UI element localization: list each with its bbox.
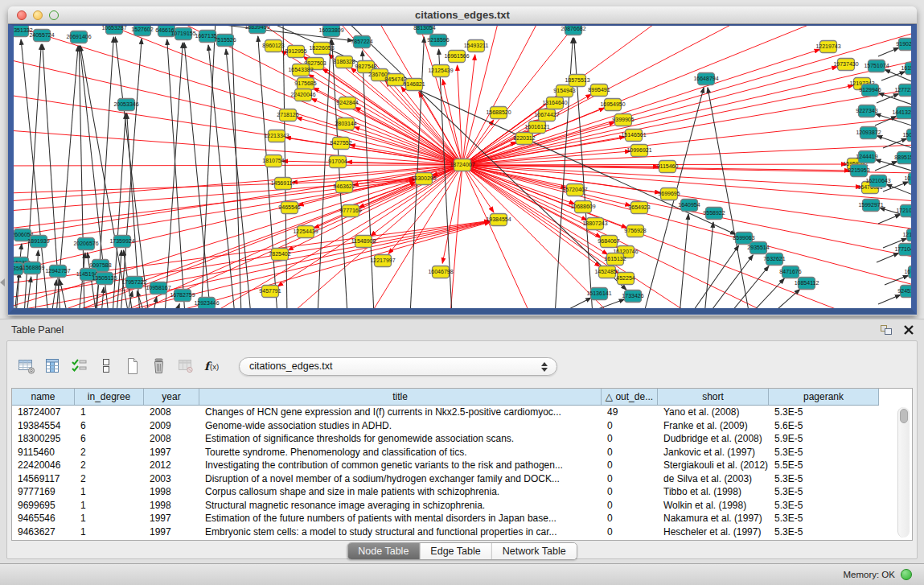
graph-node[interactable]: 19384554 bbox=[486, 214, 511, 226]
graph-node[interactable]: 10688609 bbox=[570, 201, 595, 213]
column-header[interactable]: year bbox=[144, 389, 199, 405]
window-titlebar[interactable]: citations_edges.txt bbox=[8, 6, 917, 24]
graph-node[interactable]: 12254439 bbox=[293, 226, 318, 238]
column-header[interactable]: short bbox=[658, 389, 769, 405]
close-panel-icon[interactable] bbox=[903, 324, 914, 336]
column-header[interactable]: title bbox=[199, 389, 602, 405]
graph-node[interactable]: 8912955 bbox=[285, 46, 306, 58]
table-row[interactable]: 1830029562008Estimation of significance … bbox=[12, 432, 912, 446]
graph-node[interactable]: 1810754 bbox=[262, 155, 284, 167]
graph-node[interactable]: 13164640 bbox=[542, 97, 567, 109]
graph-node[interactable]: 16210643 bbox=[865, 175, 890, 187]
graph-node[interactable]: 15146561 bbox=[621, 130, 646, 142]
delete-table-icon[interactable] bbox=[148, 356, 170, 377]
graph-node[interactable]: 7515526 bbox=[214, 35, 236, 47]
graph-node[interactable]: 10854112 bbox=[795, 278, 819, 290]
graph-node[interactable]: 9463627 bbox=[333, 181, 355, 193]
float-window-icon[interactable] bbox=[880, 324, 893, 336]
table-scrollbar[interactable] bbox=[897, 407, 910, 538]
table-settings-icon[interactable] bbox=[15, 356, 38, 377]
graph-node[interactable]: 9654923 bbox=[628, 202, 650, 214]
graph-node[interactable]: 8215953 bbox=[848, 165, 869, 177]
graph-node[interactable]: 8895155 bbox=[894, 152, 911, 164]
graph-node[interactable]: 12093872 bbox=[856, 127, 881, 139]
graph-node[interactable]: 8995491 bbox=[588, 84, 610, 97]
graph-node[interactable]: 9399905 bbox=[612, 114, 634, 126]
graph-node[interactable]: 11548908 bbox=[351, 236, 376, 248]
graph-node[interactable]: 2803144 bbox=[335, 118, 356, 130]
table-row[interactable]: 2242004622012Investigating the contribut… bbox=[12, 459, 912, 472]
graph-node[interactable]: 9115460 bbox=[657, 161, 679, 173]
graph-node[interactable]: 1640954 bbox=[678, 200, 700, 212]
graph-node[interactable]: 20206576 bbox=[73, 238, 98, 250]
graph-node[interactable]: 1891939 bbox=[27, 236, 49, 248]
graph-node[interactable]: 9242844 bbox=[336, 97, 358, 109]
table-row[interactable]: 946554611997Estimation of the future num… bbox=[12, 512, 912, 525]
table-row[interactable]: 1938455462009Genome-wide association stu… bbox=[12, 419, 912, 433]
graph-node[interactable]: 12923446 bbox=[194, 298, 219, 309]
graph-node[interactable]: 917004 bbox=[328, 156, 347, 168]
function-builder-icon[interactable]: f (x) bbox=[201, 356, 224, 377]
graph-node[interactable]: 9777169 bbox=[339, 205, 361, 217]
graph-node[interactable]: 24055724 bbox=[29, 30, 54, 42]
graph-node[interactable]: 17359924 bbox=[109, 236, 134, 248]
graph-node[interactable]: 18839499 bbox=[244, 26, 269, 34]
table-row[interactable]: 911546021997Tourette syndrome. Phenomeno… bbox=[12, 446, 912, 459]
graph-node[interactable]: 16033809 bbox=[318, 26, 343, 37]
select-rows-icon[interactable] bbox=[68, 356, 91, 377]
table-select[interactable]: citations_edges.txt bbox=[239, 357, 557, 376]
graph-node[interactable]: 9457791 bbox=[259, 286, 281, 298]
minimize-window-button[interactable] bbox=[33, 10, 43, 20]
graph-node[interactable]: 16961566 bbox=[444, 51, 469, 63]
graph-node[interactable]: 2935514 bbox=[747, 242, 769, 254]
graph-node[interactable]: 1244419 bbox=[856, 151, 877, 163]
graph-node[interactable]: 1527602 bbox=[131, 26, 153, 36]
graph-node[interactable]: 20691406 bbox=[66, 31, 91, 43]
column-header[interactable]: △ out_de... bbox=[602, 389, 658, 405]
row-height-icon[interactable] bbox=[95, 356, 117, 377]
graph-node[interactable]: 452254 bbox=[616, 273, 634, 285]
table-row[interactable]: 946362711997Embryonic stem cells: a mode… bbox=[12, 525, 912, 539]
graph-node[interactable]: 1615132 bbox=[604, 253, 626, 266]
graph-node[interactable]: 15493211 bbox=[464, 40, 489, 52]
graph-node[interactable]: 15136141 bbox=[586, 288, 611, 300]
graph-node[interactable]: 15992971 bbox=[858, 200, 883, 212]
close-window-button[interactable] bbox=[17, 10, 27, 20]
graph-node[interactable]: 7857224 bbox=[351, 36, 372, 48]
graph-node[interactable]: 9684067 bbox=[598, 236, 619, 248]
graph-node[interactable]: 10719155 bbox=[170, 28, 195, 40]
graph-node[interactable]: 7825402 bbox=[269, 249, 290, 261]
tab-edge-table[interactable]: Edge Table bbox=[420, 543, 491, 559]
table-row[interactable]: 977716911998Corpus callosum shape and si… bbox=[12, 485, 912, 499]
import-table-icon[interactable] bbox=[175, 356, 197, 377]
graph-node[interactable]: 11568869 bbox=[20, 262, 45, 274]
column-header[interactable]: in_degree bbox=[75, 389, 144, 405]
graph-node[interactable]: 8471676 bbox=[779, 266, 801, 278]
graph-node[interactable]: 12219743 bbox=[815, 41, 840, 53]
graph-node[interactable]: 7632621 bbox=[763, 253, 785, 266]
graph-node[interactable]: 8427552 bbox=[330, 138, 351, 150]
table-row[interactable]: 1872400712008Changes of HCN gene express… bbox=[12, 406, 912, 419]
graph-node[interactable]: 10653287 bbox=[101, 26, 126, 35]
graph-node[interactable]: 9558922 bbox=[703, 208, 725, 220]
graph-node[interactable]: 8813054 bbox=[413, 26, 435, 35]
table-row[interactable]: 1456911722003Disruption of a novel membe… bbox=[12, 472, 912, 486]
graph-node[interactable]: 10674427 bbox=[534, 109, 559, 122]
graph-node[interactable]: 10996921 bbox=[626, 145, 651, 157]
zoom-window-button[interactable] bbox=[49, 10, 59, 20]
graph-node[interactable]: 8220312 bbox=[513, 133, 535, 145]
graph-node[interactable]: 12217997 bbox=[370, 255, 395, 267]
table-row[interactable]: 969969511998Structural magnetic resonanc… bbox=[12, 499, 912, 513]
graph-node[interactable]: 2718126 bbox=[277, 109, 298, 122]
graph-node[interactable]: 12213343 bbox=[264, 130, 289, 142]
column-header[interactable]: name bbox=[12, 389, 75, 405]
column-header[interactable]: pagerank bbox=[769, 389, 879, 405]
graph-node[interactable]: 15688520 bbox=[486, 107, 511, 119]
graph-node[interactable]: 9756928 bbox=[624, 225, 646, 237]
graph-node[interactable]: 20876682 bbox=[561, 26, 585, 35]
graph-node[interactable]: 12125439 bbox=[428, 65, 453, 77]
show-columns-icon[interactable] bbox=[42, 356, 64, 377]
graph-node[interactable]: 18575513 bbox=[565, 75, 589, 87]
scrollbar-thumb[interactable] bbox=[900, 409, 908, 423]
network-canvas[interactable]: 1872400718300295193845548960123891295518… bbox=[14, 26, 911, 308]
